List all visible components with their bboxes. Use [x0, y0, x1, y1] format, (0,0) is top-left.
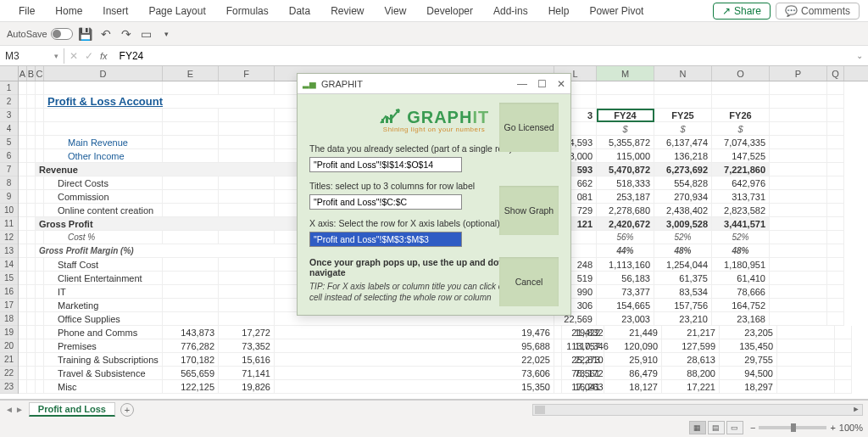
formula-input[interactable] [113, 48, 851, 64]
cell[interactable] [219, 312, 275, 326]
cell[interactable] [770, 109, 827, 122]
cell[interactable]: 48% [712, 244, 770, 258]
ribbon-tab-add-ins[interactable]: Add-ins [483, 2, 538, 20]
cell[interactable]: 313,731 [712, 190, 770, 204]
cell[interactable]: 147,525 [712, 149, 770, 163]
row-header[interactable]: 4 [0, 122, 18, 136]
maximize-icon[interactable]: ☐ [537, 78, 547, 90]
cell[interactable] [219, 231, 275, 244]
page-layout-view-button[interactable]: ▤ [708, 421, 725, 434]
cell[interactable]: Commission [44, 190, 163, 204]
cell[interactable] [597, 81, 654, 95]
row-header[interactable]: 9 [0, 190, 18, 204]
cell[interactable] [19, 353, 27, 367]
cell[interactable] [36, 231, 44, 244]
row-header[interactable]: 3 [0, 109, 18, 122]
row-headers[interactable]: 1234567891011121314151617181920212223 [0, 81, 19, 394]
cell[interactable] [36, 95, 44, 109]
cell[interactable] [19, 217, 27, 231]
cell[interactable] [827, 272, 844, 285]
cell[interactable] [19, 285, 27, 299]
cell[interactable] [19, 109, 27, 122]
cell[interactable] [36, 136, 44, 149]
cell[interactable] [835, 353, 852, 367]
cell[interactable] [770, 244, 827, 258]
ribbon-tab-file[interactable]: File [8, 2, 45, 20]
cell[interactable] [827, 176, 844, 190]
cell[interactable]: 1,254,044 [654, 258, 712, 272]
undo-icon[interactable]: ↶ [98, 26, 114, 42]
cell[interactable] [36, 299, 44, 312]
cell[interactable] [44, 81, 163, 95]
cell[interactable]: 554,828 [654, 176, 712, 190]
cell[interactable]: FY25 [654, 109, 712, 122]
cell[interactable]: 2,438,402 [654, 204, 712, 217]
cell[interactable] [827, 190, 844, 204]
ribbon-tab-power-pivot[interactable]: Power Pivot [579, 2, 654, 20]
cell[interactable]: 157,756 [654, 299, 712, 312]
cell[interactable]: 565,659 [163, 367, 219, 380]
cell[interactable] [19, 367, 27, 380]
cell[interactable] [36, 258, 44, 272]
name-box[interactable]: M3▾ [0, 48, 64, 64]
cell[interactable] [827, 136, 844, 149]
zoom-in-icon[interactable]: + [830, 423, 835, 433]
minimize-icon[interactable]: — [517, 78, 527, 90]
cell[interactable] [19, 326, 27, 339]
scrollbar-thumb[interactable] [535, 406, 545, 414]
cell[interactable] [19, 204, 27, 217]
cell[interactable] [36, 312, 44, 326]
cell[interactable]: 143,873 [163, 326, 219, 339]
cell[interactable] [19, 339, 27, 353]
cell[interactable] [163, 285, 219, 299]
cell[interactable] [27, 285, 36, 299]
row-header[interactable]: 22 [0, 367, 18, 380]
cell[interactable]: 23,210 [654, 312, 712, 326]
cancel-button[interactable]: Cancel [499, 257, 559, 306]
cell[interactable] [827, 299, 844, 312]
row-header[interactable]: 18 [0, 312, 18, 326]
cell[interactable]: 15,350 [275, 380, 554, 394]
cell[interactable]: 120,090 [604, 339, 662, 353]
cell[interactable] [44, 109, 163, 122]
cell[interactable]: 115,000 [597, 149, 654, 163]
cell[interactable] [27, 367, 36, 380]
cell[interactable]: Staff Cost [44, 258, 163, 272]
column-header[interactable]: B [27, 66, 36, 81]
cell[interactable] [835, 367, 852, 380]
row-header[interactable]: 16 [0, 285, 18, 299]
zoom-out-icon[interactable]: − [750, 423, 755, 433]
cell[interactable]: Online content creation [44, 204, 163, 217]
cell[interactable]: 127,599 [662, 339, 720, 353]
column-header[interactable]: C [36, 66, 44, 81]
cell[interactable] [827, 81, 844, 95]
cell[interactable] [219, 204, 275, 217]
cell[interactable]: 52% [712, 231, 770, 244]
cell[interactable] [219, 81, 275, 95]
cell[interactable]: 71,141 [219, 367, 275, 380]
cell[interactable]: 19,476 [275, 326, 554, 339]
cell[interactable] [36, 176, 44, 190]
cell[interactable] [777, 367, 835, 380]
cell[interactable]: 2,823,582 [712, 204, 770, 217]
cell[interactable] [27, 272, 36, 285]
xaxis-range-input[interactable] [309, 232, 462, 247]
cell[interactable] [36, 285, 44, 299]
cell[interactable]: 7,221,860 [712, 163, 770, 176]
cell[interactable] [27, 122, 36, 136]
cell[interactable] [219, 190, 275, 204]
row-header[interactable]: 15 [0, 272, 18, 285]
cell[interactable] [219, 149, 275, 163]
cell[interactable]: $ [597, 122, 654, 136]
redo-icon[interactable]: ↷ [119, 26, 134, 42]
row-header[interactable]: 13 [0, 244, 18, 258]
cell[interactable]: 44% [597, 244, 654, 258]
cell[interactable]: 61,410 [712, 272, 770, 285]
cell[interactable]: 5,470,872 [597, 163, 654, 176]
cell[interactable] [219, 122, 275, 136]
cell[interactable]: 25,910 [604, 353, 662, 367]
cell[interactable]: Cost % [44, 231, 163, 244]
cell[interactable] [163, 122, 219, 136]
cell[interactable]: $ [712, 122, 770, 136]
cell[interactable]: 15,616 [219, 353, 275, 367]
